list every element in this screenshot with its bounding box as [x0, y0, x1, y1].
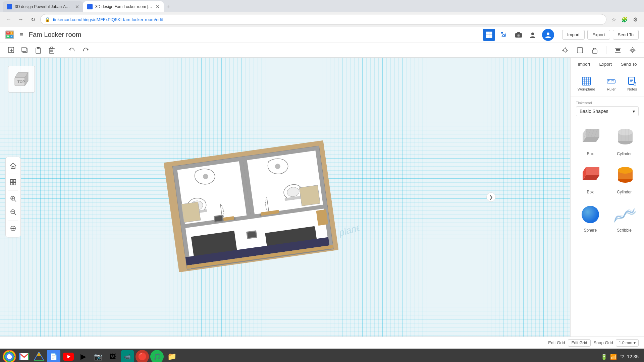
- ruler-panel-item[interactable]: Ruler: [602, 74, 620, 94]
- taskbar-red-app[interactable]: 🔴: [136, 350, 149, 362]
- main-area: TOP: [0, 58, 644, 337]
- shape-label-cylinder-orange: Cylinder: [617, 190, 632, 194]
- align-button[interactable]: [612, 44, 624, 56]
- shape-sphere[interactable]: Sphere: [575, 200, 606, 235]
- shape-box-grey[interactable]: Box: [575, 123, 606, 159]
- shape-scribble[interactable]: Scribble: [609, 200, 640, 235]
- logo-n: N: [6, 35, 10, 38]
- taskbar-camera[interactable]: 📷: [91, 350, 105, 362]
- taskbar-chrome[interactable]: [3, 350, 16, 362]
- taskbar-photos[interactable]: 🖼: [106, 350, 119, 362]
- add-user-button[interactable]: +: [527, 29, 539, 41]
- import-export-area: Import Export Send To: [562, 30, 639, 40]
- mirror-button[interactable]: [627, 44, 639, 56]
- import-panel-button[interactable]: Import: [574, 60, 594, 68]
- export-button[interactable]: Export: [587, 30, 610, 40]
- fit-view-button[interactable]: [7, 176, 19, 188]
- svg-rect-0: [486, 32, 489, 35]
- tab-1[interactable]: 3D design Powerful Jaban-Amu... ✕: [3, 1, 83, 12]
- delete-button[interactable]: [46, 44, 58, 56]
- shape-label-scribble: Scribble: [617, 228, 632, 233]
- send-to-panel-button[interactable]: Send To: [617, 60, 641, 68]
- send-to-button[interactable]: Send To: [613, 30, 639, 40]
- orient-button[interactable]: [7, 223, 19, 235]
- home-tool-button[interactable]: [7, 160, 19, 172]
- snap-grid-dropdown[interactable]: 1.0 mm ▾: [616, 339, 639, 347]
- taskbar-docs[interactable]: 📄: [47, 350, 60, 362]
- svg-rect-18: [36, 48, 41, 53]
- grid-view-icon: [486, 32, 492, 38]
- svg-point-9: [531, 33, 534, 35]
- omnibar[interactable]: 🔒 tinkercad.com/things/dMFFxPlQ5KI-fam-l…: [40, 14, 606, 25]
- svg-rect-33: [577, 48, 583, 53]
- taskbar-spotify[interactable]: 🎵: [150, 350, 164, 362]
- taskbar-battery-icon: 🔋: [601, 354, 607, 360]
- new-tab-button[interactable]: +: [164, 2, 173, 12]
- viewport[interactable]: TOP: [0, 58, 570, 337]
- export-panel-button[interactable]: Export: [595, 60, 616, 68]
- settings-button[interactable]: ⚙: [631, 15, 640, 24]
- hide-button[interactable]: [574, 44, 586, 56]
- undo-button[interactable]: [66, 44, 78, 56]
- notes-icon: [628, 76, 637, 86]
- ruler-label: Ruler: [607, 87, 615, 91]
- taskbar-meet[interactable]: 📹: [121, 350, 134, 362]
- user-avatar[interactable]: [542, 29, 554, 41]
- lock-button[interactable]: [589, 44, 601, 56]
- shape-cylinder-grey[interactable]: Cylinder: [609, 123, 640, 159]
- edit-grid-button[interactable]: Edit Grid: [568, 339, 591, 347]
- taskbar-gmail[interactable]: [17, 350, 31, 362]
- svg-point-28: [564, 49, 567, 52]
- mirror-icon: [629, 47, 636, 54]
- new-shape-button[interactable]: [5, 44, 17, 56]
- shape-label-box-red: Box: [587, 190, 594, 194]
- svg-marker-40: [633, 48, 636, 52]
- workplane-panel-item[interactable]: Workplane: [574, 74, 599, 94]
- shapes-grid: Box Cylin: [571, 119, 644, 239]
- undo-icon: [68, 47, 76, 54]
- import-button[interactable]: Import: [562, 30, 585, 40]
- taskbar-play-store[interactable]: ▶: [76, 350, 90, 362]
- svg-marker-136: [586, 167, 599, 175]
- svg-rect-143: [28, 353, 29, 360]
- taskbar-files[interactable]: 📁: [165, 350, 178, 362]
- copy-button[interactable]: [19, 44, 31, 56]
- grid-view-button[interactable]: [483, 29, 495, 41]
- view-cube[interactable]: TOP: [8, 66, 35, 93]
- tab1-close[interactable]: ✕: [75, 4, 79, 9]
- add-user-icon: +: [530, 31, 537, 39]
- logo-k: K: [10, 35, 13, 38]
- snap-chevron-icon: ▾: [634, 341, 636, 345]
- camera-button[interactable]: [513, 29, 525, 41]
- pick-tool-button[interactable]: [498, 29, 510, 41]
- taskbar-youtube[interactable]: [62, 350, 75, 362]
- paste-button[interactable]: [32, 44, 44, 56]
- shape-box-red[interactable]: Box: [575, 162, 606, 197]
- extensions-button[interactable]: 🧩: [620, 15, 629, 24]
- delete-icon: [48, 47, 55, 54]
- app-toolbar: T I N K ≡ Fam Locker room: [0, 27, 644, 43]
- svg-point-12: [547, 33, 549, 35]
- taskbar-drive[interactable]: [32, 350, 46, 362]
- back-button[interactable]: ←: [4, 15, 13, 24]
- point-light-button[interactable]: [559, 44, 571, 56]
- hamburger-menu[interactable]: ≡: [19, 31, 23, 39]
- shape-cylinder-orange[interactable]: Cylinder: [609, 162, 640, 197]
- tab-2[interactable]: 3D design Fam Locker room | Ti... ✕: [83, 1, 164, 12]
- shapes-dropdown[interactable]: Basic Shapes ▾: [576, 106, 639, 116]
- zoom-out-button[interactable]: [7, 206, 19, 218]
- zoom-in-button[interactable]: [7, 193, 19, 205]
- notes-panel-item[interactable]: Notes: [623, 74, 641, 94]
- zoom-in-icon: [10, 195, 16, 202]
- view-cube-icon: TOP: [11, 69, 32, 89]
- taskbar-time: 12:35: [627, 354, 639, 359]
- redo-button[interactable]: [79, 44, 92, 56]
- tab2-close[interactable]: ✕: [156, 4, 160, 9]
- tab2-title: 3D design Fam Locker room | Ti...: [95, 4, 153, 9]
- bookmark-button[interactable]: ☆: [609, 15, 619, 24]
- lock-icon: [591, 47, 598, 54]
- refresh-button[interactable]: ↻: [28, 15, 38, 24]
- forward-button[interactable]: →: [16, 15, 25, 24]
- edit-grid-label: Edit Grid: [548, 340, 565, 345]
- panel-expand-button[interactable]: ❯: [486, 192, 496, 202]
